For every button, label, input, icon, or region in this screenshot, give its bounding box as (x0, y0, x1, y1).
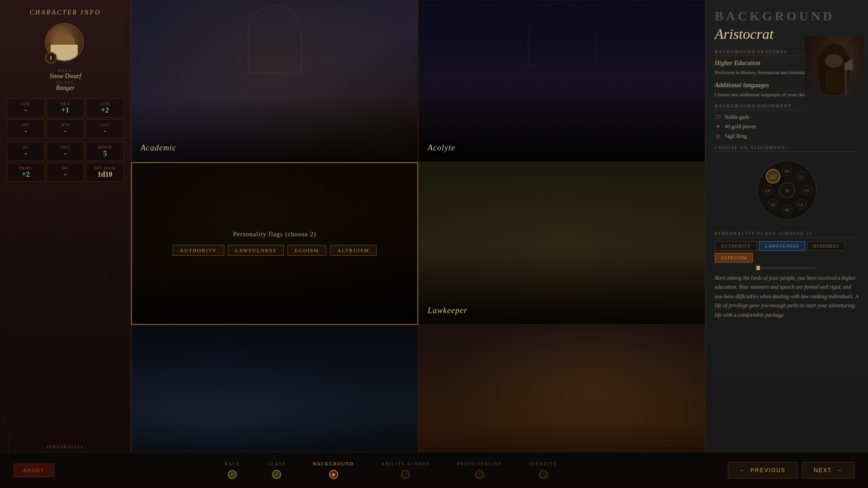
character-race-class: RACE Snow Dwarf CLASS Ranger (50, 68, 81, 92)
alignment-wheel: LG NG CG LN N CN LE (753, 156, 821, 224)
step-ability-scores: ABILITY SCORES (381, 461, 430, 479)
previous-button[interactable]: ← PREVIOUS (728, 462, 797, 479)
background-description: Born among the lords of your people, you… (715, 273, 859, 319)
character-portrait (805, 36, 863, 117)
svg-text:CG: CG (798, 175, 804, 179)
next-button[interactable]: NEXT → (802, 462, 854, 479)
stat-wis: WIS - (47, 119, 85, 138)
svg-text:LN: LN (765, 188, 770, 193)
avatar-container: 1 (45, 23, 86, 64)
next-arrow-icon: → (836, 467, 843, 474)
stat-dex: DEX +1 (47, 99, 85, 117)
step-background-circle: ◆ (329, 470, 338, 479)
personality-flag-tags: AUTHORITYLAWFULNESSEGOISMALTRUISM (173, 245, 377, 256)
stat-con: CON +2 (86, 99, 124, 117)
character-class: Ranger (50, 84, 81, 92)
pf-section-label: PERSONALITY FLAGS (CHOOSE 2) (715, 231, 859, 238)
prev-arrow-icon: ← (740, 467, 746, 474)
svg-rect-5 (805, 95, 863, 117)
step-identity: IDENTITY (529, 461, 557, 479)
background-card-acolyte[interactable]: Acolyte (418, 0, 705, 162)
step-proficiencies: PROFICIENCIES (457, 461, 502, 479)
next-button-label: NEXT (814, 467, 832, 474)
svg-text:CE: CE (798, 202, 803, 207)
right-panel: BACKGROUND Aristocrat (705, 0, 868, 488)
equipment-ring: ◎ Sigil Ring (715, 133, 859, 140)
pflag-lawfulness[interactable]: LAWFULNESS (228, 245, 284, 256)
secondary-stats-grid: AC - INIT - MOVE 5 PROF. +2 HP - HIT DIC… (7, 142, 124, 182)
ring-icon: ◎ (715, 133, 721, 140)
background-grid: Academic Acolyte Personality flags (choo… (131, 0, 705, 488)
pf-lawfulness[interactable]: LAWFULNESS (759, 241, 805, 251)
svg-rect-3 (825, 70, 843, 93)
stat-move: MOVE 5 (86, 142, 124, 161)
step-identity-circle (539, 470, 548, 479)
stat-str: STR - (7, 99, 45, 117)
stat-hit-dice: HIT DICE 1d10 (86, 163, 124, 182)
pf-authority[interactable]: AUTHORITY (715, 241, 757, 251)
checkmark-icon-2: ✓ (274, 471, 279, 478)
step-class-label: CLASS (267, 461, 286, 466)
equipment-ring-label: Sigil Ring (725, 133, 747, 140)
nav-buttons: ← PREVIOUS NEXT → (728, 462, 854, 479)
pf-altruism[interactable]: ALTRUISM (715, 253, 753, 263)
stat-init: INIT - (47, 142, 85, 161)
step-background: BACKGROUND ◆ (313, 461, 354, 479)
alignment-label: CHOOSE AN ALIGNMENT: (715, 145, 859, 152)
background-card-aristocrat[interactable]: Personality flags (choose 2) AUTHORITYLA… (131, 162, 418, 324)
pflag-authority[interactable]: AUTHORITY (173, 245, 224, 256)
bottom-navigation-bar: ABORT RACE ✓ CLASS ✓ BACKGROUND ◆ ABILIT… (0, 452, 868, 488)
character-race: Snow Dwarf (50, 73, 81, 80)
step-identity-label: IDENTITY (529, 461, 557, 466)
portrait-image (805, 36, 863, 117)
pflag-egoism[interactable]: EGOISM (288, 245, 326, 256)
character-level: 1 (45, 52, 57, 64)
svg-text:LG: LG (770, 175, 776, 179)
equipment-gold: ✦ 40 gold pieces (715, 123, 859, 130)
class-label: CLASS (50, 80, 81, 84)
bg-name-acolyte: Acolyte (428, 143, 455, 153)
step-ability-circle (401, 470, 410, 479)
step-race-label: RACE (225, 461, 241, 466)
step-race-circle: ✓ (228, 470, 237, 479)
pf-tags-container: AUTHORITY LAWFULNESS KINDNESS ALTRUISM (715, 241, 859, 263)
shield-icon: 🛡 (715, 114, 721, 121)
stat-cha: CHA - (86, 119, 124, 138)
checkmark-icon: ✓ (230, 471, 235, 478)
stat-ac: AC - (7, 142, 45, 161)
step-race: RACE ✓ (225, 461, 241, 479)
primary-stats-grid: STR - DEX +1 CON +2 INT - WIS - CHA - (7, 99, 124, 138)
background-card-academic[interactable]: Academic (131, 0, 418, 162)
step-class-circle: ✓ (272, 470, 281, 479)
svg-text:LE: LE (770, 202, 775, 207)
pf-kindness[interactable]: KINDNESS (807, 241, 845, 251)
pflag-altruism[interactable]: ALTRUISM (330, 245, 377, 256)
bg-name-academic: Academic (141, 143, 176, 153)
race-label: RACE (50, 68, 81, 73)
step-prof-label: PROFICIENCIES (457, 461, 502, 466)
abort-button[interactable]: ABORT (14, 464, 54, 477)
step-class: CLASS ✓ (267, 461, 286, 479)
background-card-lawkeeper[interactable]: Lawkeeper (418, 162, 705, 324)
prev-button-label: PREVIOUS (750, 467, 786, 474)
bg-name-aristocrat: Aristocrat (141, 162, 418, 164)
background-section-title: BACKGROUND (715, 9, 859, 23)
personality-overlay: Personality flags (choose 2) AUTHORITYLA… (132, 163, 417, 324)
stat-hp: HP - (47, 163, 85, 182)
bg-name-lawkeeper: Lawkeeper (428, 306, 467, 315)
stat-int: INT - (7, 119, 45, 138)
svg-text:CN: CN (804, 188, 809, 193)
personality-overlay-title: Personality flags (choose 2) (233, 231, 316, 238)
left-panel: Character Info 1 RACE Snow Dwarf CLASS R… (0, 0, 131, 488)
diamond-icon: ◆ (331, 471, 335, 478)
gold-icon: ✦ (715, 123, 721, 130)
equipment-noble-garb-label: Noble garb (725, 114, 749, 121)
step-background-label: BACKGROUND (313, 461, 354, 466)
navigation-steps: RACE ✓ CLASS ✓ BACKGROUND ◆ ABILITY SCOR… (225, 461, 557, 479)
equipment-gold-label: 40 gold pieces (725, 123, 756, 130)
step-ability-label: ABILITY SCORES (381, 461, 430, 466)
step-prof-circle (475, 470, 484, 479)
character-info-title: Character Info (30, 9, 101, 16)
stat-prof: PROF. +2 (7, 163, 45, 182)
